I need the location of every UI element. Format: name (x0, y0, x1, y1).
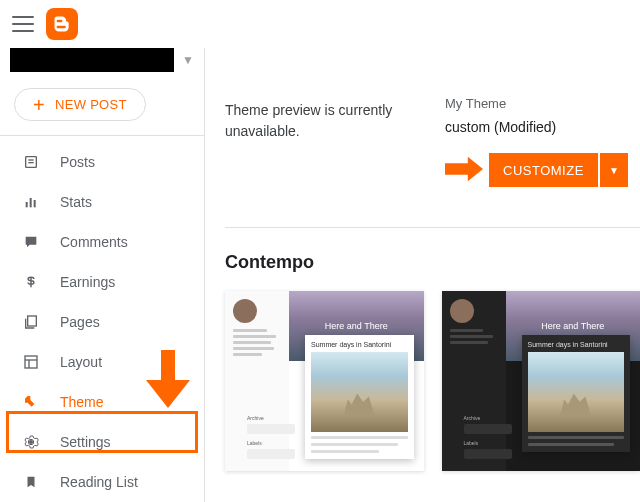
customize-button[interactable]: CUSTOMIZE (489, 153, 598, 187)
sidebar-item-label: Pages (60, 314, 100, 330)
sidebar-item-stats[interactable]: Stats (0, 182, 204, 222)
settings-icon (22, 434, 40, 450)
menu-icon[interactable] (12, 16, 34, 32)
sidebar-item-posts[interactable]: Posts (0, 142, 204, 182)
sidebar-item-settings[interactable]: Settings (0, 422, 204, 462)
sidebar-item-pages[interactable]: Pages (0, 302, 204, 342)
section-title: Contempo (225, 252, 640, 273)
card-hero-title: Here and There (541, 321, 604, 331)
pages-icon (22, 314, 40, 330)
plus-icon: + (33, 95, 45, 115)
customize-dropdown[interactable]: ▼ (600, 153, 628, 187)
theme-icon (22, 394, 40, 410)
sidebar-item-label: Settings (60, 434, 111, 450)
svg-rect-4 (30, 198, 32, 207)
my-theme-label: My Theme (445, 96, 628, 111)
sidebar-item-theme[interactable]: Theme (0, 382, 204, 422)
stats-icon (22, 194, 40, 210)
blogger-logo[interactable] (46, 8, 78, 40)
sidebar: ▼ + NEW POST Posts Stats Comments Earnin… (0, 48, 205, 502)
card-post-title: Summer days in Santorini (311, 341, 408, 348)
svg-rect-5 (34, 200, 36, 207)
card-post-title: Summer days in Santorini (528, 341, 625, 348)
sidebar-item-earnings[interactable]: Earnings (0, 262, 204, 302)
sidebar-item-label: Layout (60, 354, 102, 370)
main-content: Theme preview is currently unavailable. … (205, 48, 640, 502)
blog-selector[interactable]: ▼ (10, 48, 194, 72)
chevron-down-icon: ▼ (182, 53, 194, 67)
nav: Posts Stats Comments Earnings Pages Layo… (0, 136, 204, 502)
svg-rect-7 (25, 356, 37, 368)
arrow-right-annotation (445, 154, 483, 187)
sidebar-item-reading-list[interactable]: Reading List (0, 462, 204, 502)
earnings-icon (22, 274, 40, 290)
layout-icon (22, 354, 40, 370)
sidebar-item-label: Theme (60, 394, 104, 410)
blog-name (10, 48, 174, 72)
theme-card-light[interactable]: Here and There Archive Labels Summer day… (225, 291, 424, 471)
sidebar-item-layout[interactable]: Layout (0, 342, 204, 382)
card-hero-title: Here and There (325, 321, 388, 331)
sidebar-item-label: Reading List (60, 474, 138, 490)
svg-rect-6 (28, 316, 37, 326)
sidebar-item-label: Posts (60, 154, 95, 170)
divider (225, 227, 640, 228)
sidebar-item-comments[interactable]: Comments (0, 222, 204, 262)
sidebar-item-label: Earnings (60, 274, 115, 290)
svg-point-10 (29, 440, 33, 444)
theme-card-dark[interactable]: Here and There Archive Labels Summer day… (442, 291, 641, 471)
bookmark-icon (22, 474, 40, 490)
comments-icon (22, 234, 40, 250)
new-post-label: NEW POST (55, 97, 127, 112)
posts-icon (22, 154, 40, 170)
preview-message: Theme preview is currently unavailable. (225, 96, 415, 142)
sidebar-item-label: Comments (60, 234, 128, 250)
svg-rect-3 (26, 202, 28, 207)
theme-name: custom (Modified) (445, 119, 628, 135)
new-post-button[interactable]: + NEW POST (14, 88, 146, 121)
sidebar-item-label: Stats (60, 194, 92, 210)
